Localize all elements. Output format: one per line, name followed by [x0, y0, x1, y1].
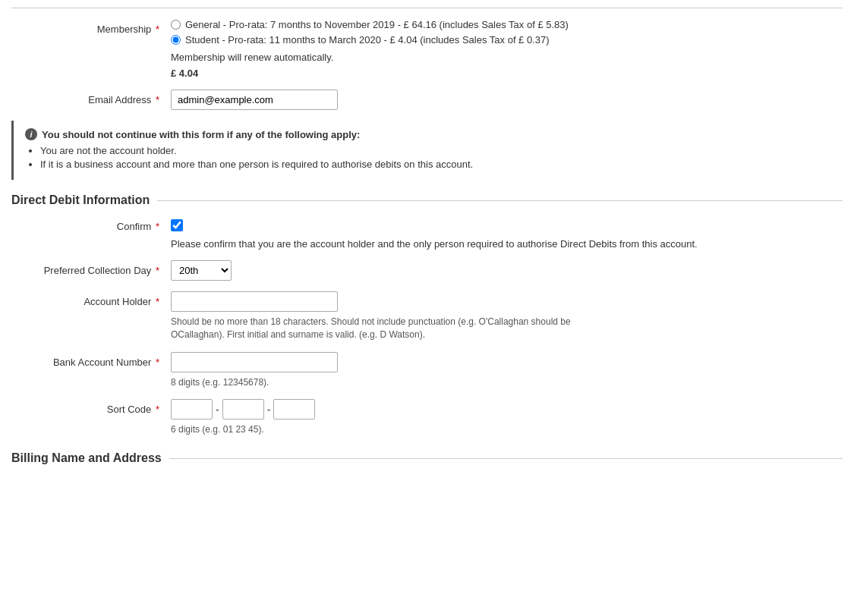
account-holder-label: Account Holder *: [11, 291, 171, 307]
preferred-day-label-text: Preferred Collection Day: [44, 265, 152, 276]
membership-total: £ 4.04: [171, 68, 843, 79]
membership-label: Membership *: [11, 19, 171, 35]
sort-code-row: Sort Code * - - 6 digits (e.g. 01 23 45)…: [11, 399, 843, 436]
email-field-container: [171, 90, 843, 110]
info-icon: i: [25, 128, 37, 140]
membership-option-general[interactable]: General - Pro-rata: 7 months to November…: [171, 19, 843, 30]
warning-title-text: You should not continue with this form i…: [42, 129, 360, 140]
sort-code-part3-input[interactable]: [273, 399, 315, 420]
membership-required-star: *: [156, 24, 159, 35]
preferred-day-label: Preferred Collection Day *: [11, 260, 171, 276]
account-holder-field-container: Should be no more than 18 characters. Sh…: [171, 291, 843, 341]
email-row: Email Address *: [11, 90, 843, 110]
confirm-label-text: Confirm: [117, 221, 152, 232]
membership-option-student-label: Student - Pro-rata: 11 months to March 2…: [185, 34, 550, 46]
membership-renew-note: Membership will renew automatically.: [171, 52, 843, 63]
sort-code-separator-2: -: [267, 404, 271, 416]
preferred-day-field: 1st2nd3rd4th5th6th7th8th9th10th11th12th1…: [171, 260, 843, 281]
membership-field: General - Pro-rata: 7 months to November…: [171, 19, 843, 79]
bank-account-field-container: 8 digits (e.g. 12345678).: [171, 352, 843, 389]
confirm-checkbox[interactable]: [171, 219, 183, 231]
confirm-help-text: Please confirm that you are the account …: [171, 238, 843, 250]
membership-option-student[interactable]: Student - Pro-rata: 11 months to March 2…: [171, 34, 843, 46]
billing-divider: [169, 458, 843, 459]
account-holder-row: Account Holder * Should be no more than …: [11, 291, 843, 341]
bank-account-required-star: *: [156, 357, 159, 368]
sort-code-part2-input[interactable]: [222, 399, 264, 420]
billing-header: Billing Name and Address: [11, 451, 843, 465]
confirm-field-container: Please confirm that you are the account …: [171, 219, 843, 250]
sort-code-label: Sort Code *: [11, 399, 171, 415]
membership-radio-general[interactable]: [171, 20, 181, 30]
bank-account-label-text: Bank Account Number: [53, 357, 151, 368]
sort-code-label-text: Sort Code: [107, 404, 152, 415]
account-holder-help-text: Should be no more than 18 characters. Sh…: [171, 316, 588, 341]
confirm-required-star: *: [156, 221, 159, 232]
email-label-text: Email Address: [88, 94, 151, 105]
email-input[interactable]: [171, 90, 338, 110]
account-holder-input[interactable]: [171, 291, 338, 312]
sort-code-part1-input[interactable]: [171, 399, 213, 420]
bank-account-label: Bank Account Number *: [11, 352, 171, 368]
preferred-day-required-star: *: [156, 265, 159, 276]
bank-account-input[interactable]: [171, 352, 338, 372]
bank-account-row: Bank Account Number * 8 digits (e.g. 123…: [11, 352, 843, 389]
warning-box: i You should not continue with this form…: [11, 121, 843, 180]
preferred-day-row: Preferred Collection Day * 1st2nd3rd4th5…: [11, 260, 843, 281]
email-required-star: *: [156, 94, 159, 105]
direct-debit-title: Direct Debit Information: [11, 193, 150, 207]
membership-row: Membership * General - Pro-rata: 7 month…: [11, 19, 843, 79]
confirm-label: Confirm *: [11, 219, 171, 232]
account-holder-label-text: Account Holder: [84, 296, 151, 307]
sort-code-inputs: - -: [171, 399, 843, 420]
warning-title: i You should not continue with this form…: [25, 128, 831, 140]
sort-code-separator-1: -: [216, 404, 219, 416]
confirm-row: Confirm * Please confirm that you are th…: [11, 219, 843, 250]
email-label: Email Address *: [11, 90, 171, 105]
warning-item-1: You are not the account holder.: [40, 145, 831, 156]
account-holder-required-star: *: [156, 296, 159, 307]
sort-code-required-star: *: [156, 404, 159, 415]
warning-list: You are not the account holder. If it is…: [25, 145, 831, 170]
sort-code-field-container: - - 6 digits (e.g. 01 23 45).: [171, 399, 843, 436]
sort-code-help-text: 6 digits (e.g. 01 23 45).: [171, 423, 588, 436]
top-divider: [11, 8, 843, 8]
preferred-day-select[interactable]: 1st2nd3rd4th5th6th7th8th9th10th11th12th1…: [171, 260, 232, 281]
direct-debit-divider: [157, 200, 843, 201]
membership-label-text: Membership: [97, 24, 152, 35]
bank-account-help-text: 8 digits (e.g. 12345678).: [171, 376, 588, 389]
direct-debit-header: Direct Debit Information: [11, 193, 843, 207]
billing-title: Billing Name and Address: [11, 451, 162, 465]
membership-option-general-label: General - Pro-rata: 7 months to November…: [185, 19, 569, 30]
membership-radio-student[interactable]: [171, 35, 181, 45]
warning-item-2: If it is a business account and more tha…: [40, 159, 831, 170]
